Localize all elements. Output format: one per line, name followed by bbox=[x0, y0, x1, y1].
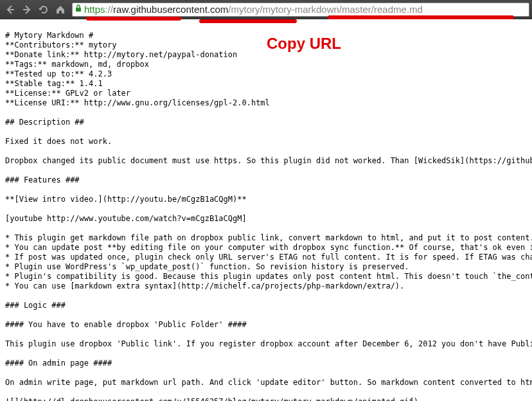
text-line: ### Features ### bbox=[5, 175, 80, 184]
red-underline bbox=[328, 15, 514, 19]
text-line: **Tags:** markdown, md, dropbox bbox=[5, 60, 149, 69]
reload-icon bbox=[39, 4, 49, 15]
text-line: ## Description ## bbox=[5, 118, 84, 127]
lock-icon bbox=[75, 4, 82, 14]
home-button[interactable] bbox=[53, 2, 68, 17]
text-line: **Contributors:** mytory bbox=[5, 40, 116, 49]
text-line: **License URI:** http://www.gnu.org/lice… bbox=[5, 98, 270, 107]
url-scheme: https bbox=[84, 4, 105, 15]
red-underline bbox=[199, 19, 297, 23]
text-line: * You can use [markdown extra syntax](ht… bbox=[5, 281, 404, 290]
text-line: **Tested up to:** 4.2.3 bbox=[5, 69, 112, 78]
text-line: ### Logic ### bbox=[5, 301, 66, 310]
text-line: **Donate link:** http://mytory.net/paypa… bbox=[5, 50, 237, 59]
url-path: /mytory/mytory-markdown/master/readme.md bbox=[228, 4, 423, 15]
text-line: * This plugin get markdown file path on … bbox=[5, 233, 532, 242]
text-line: ![](http://dl.dropboxusercontent.com/u/1… bbox=[5, 397, 418, 401]
red-underline bbox=[86, 17, 181, 21]
text-line: * You can update post **by editing file … bbox=[5, 243, 532, 252]
url-host: raw.githubusercontent.com bbox=[113, 4, 228, 15]
copy-url-annotation: Copy URL bbox=[267, 35, 341, 53]
text-line: * Plugin use WordPress's `wp_update_post… bbox=[5, 262, 409, 271]
svg-rect-0 bbox=[76, 8, 81, 12]
arrow-left-icon bbox=[5, 4, 15, 15]
annotation-underlines bbox=[0, 17, 532, 26]
text-line: * If post was updated once, plugin check… bbox=[5, 253, 532, 262]
page-content: # Mytory Markdown # **Contributors:** my… bbox=[0, 26, 532, 401]
text-line: * Plugin's compatibility is good. Becaus… bbox=[5, 272, 532, 281]
home-icon bbox=[55, 4, 66, 15]
text-line: [youtube http://www.youtube.com/watch?v=… bbox=[5, 214, 247, 223]
text-line: On admin write page, put markdown url pa… bbox=[5, 378, 532, 387]
forward-button[interactable] bbox=[19, 2, 35, 17]
back-button[interactable] bbox=[3, 2, 18, 17]
text-line: **[View intro video.](http://youtu.be/mC… bbox=[5, 195, 247, 204]
text-line: # Mytory Markdown # bbox=[5, 31, 93, 40]
text-line: Dropbox changed its public document must… bbox=[5, 156, 532, 165]
text-line: This plugin use dropbox 'Public link'. I… bbox=[5, 339, 532, 348]
text-line: **License:** GPLv2 or later bbox=[5, 89, 130, 98]
url-bar[interactable]: https://raw.githubusercontent.com/mytory… bbox=[72, 3, 529, 17]
reload-button[interactable] bbox=[36, 2, 51, 17]
text-line: #### On admin page #### bbox=[5, 359, 112, 368]
text-line: Fixed it does not work. bbox=[5, 137, 112, 146]
url-sep: :// bbox=[105, 4, 114, 15]
text-line: #### You have to enable dropbox 'Public … bbox=[5, 320, 247, 329]
text-line: **Stable tag:** 1.4.1 bbox=[5, 79, 103, 88]
arrow-right-icon bbox=[22, 4, 32, 15]
